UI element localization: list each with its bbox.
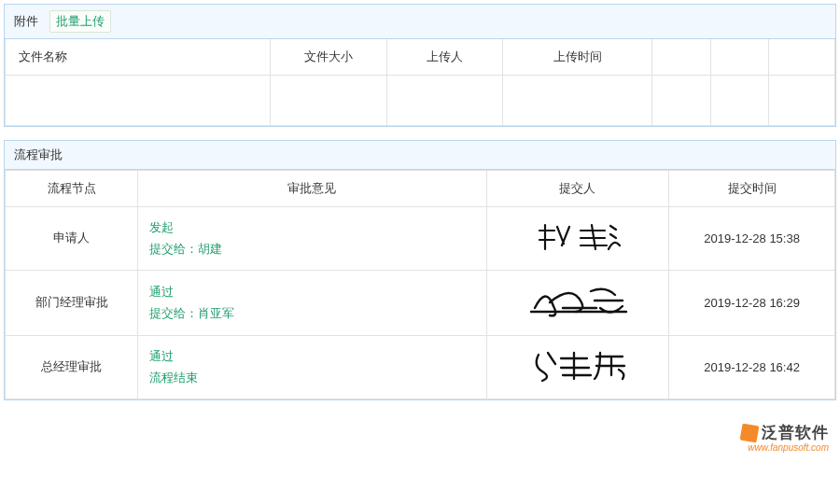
col-upload-time: 上传时间	[503, 39, 652, 76]
bulk-upload-button[interactable]: 批量上传	[49, 10, 111, 33]
submitter-cell	[486, 335, 669, 399]
node-cell: 部门经理审批	[6, 270, 138, 335]
brand: 泛普软件 www.fanpusoft.com	[741, 425, 829, 453]
col-submit-time: 提交时间	[669, 171, 835, 207]
col-uploader: 上传人	[386, 39, 502, 76]
approval-title: 流程审批	[14, 147, 63, 163]
col-blank-3	[768, 39, 834, 76]
opinion-to: 流程结束	[149, 367, 478, 388]
approval-header: 流程审批	[5, 141, 835, 170]
col-file-size: 文件大小	[271, 39, 386, 76]
opinion-to: 提交给：胡建	[149, 238, 478, 259]
opinion-action: 通过	[149, 345, 478, 367]
approval-row: 总经理审批 通过 流程结束 2019-	[6, 335, 835, 399]
opinion-to-label: 流程结束	[149, 371, 198, 385]
signature-icon	[526, 217, 629, 257]
submit-time-cell: 2019-12-28 16:42	[669, 335, 835, 399]
opinion-cell: 通过 提交给：肖亚军	[138, 270, 486, 335]
node-cell: 总经理审批	[6, 335, 138, 399]
col-submitter: 提交人	[486, 171, 669, 207]
opinion-to-label: 提交给：	[149, 306, 198, 320]
opinion-to-name: 胡建	[198, 242, 222, 256]
footer: 泛普软件 www.fanpusoft.com	[4, 413, 836, 455]
attachments-title: 附件	[14, 13, 38, 30]
col-node: 流程节点	[6, 171, 138, 207]
node-cell: 申请人	[6, 207, 138, 271]
attachments-empty-row	[6, 76, 835, 126]
opinion-cell: 通过 流程结束	[138, 335, 486, 399]
attachments-panel: 附件 批量上传 文件名称 文件大小 上传人 上传时间	[4, 4, 836, 127]
opinion-to: 提交给：肖亚军	[149, 302, 478, 324]
brand-url: www.fanpusoft.com	[741, 442, 829, 453]
col-opinion: 审批意见	[138, 171, 486, 207]
opinion-to-name: 肖亚军	[198, 306, 234, 320]
opinion-cell: 发起 提交给：胡建	[138, 207, 486, 271]
brand-logo-icon	[740, 424, 760, 443]
opinion-to-label: 提交给：	[149, 242, 198, 256]
signature-icon	[522, 280, 634, 323]
opinion-action: 通过	[149, 281, 478, 302]
approval-panel: 流程审批 流程节点 审批意见 提交人 提交时间 申请人 发起 提交给：胡建	[4, 140, 836, 400]
approval-row: 申请人 发起 提交给：胡建 2019-12-28 15:38	[6, 207, 835, 271]
approval-row: 部门经理审批 通过 提交给：肖亚军	[6, 270, 835, 335]
col-blank-2	[710, 39, 768, 76]
brand-name: 泛普软件	[762, 425, 829, 442]
submitter-cell	[486, 207, 669, 271]
approval-table: 流程节点 审批意见 提交人 提交时间 申请人 发起 提交给：胡建	[5, 170, 835, 399]
attachments-header: 附件 批量上传	[5, 5, 835, 39]
submit-time-cell: 2019-12-28 15:38	[669, 207, 835, 271]
attachments-table: 文件名称 文件大小 上传人 上传时间	[5, 39, 835, 126]
col-file-name: 文件名称	[6, 39, 271, 76]
approval-header-row: 流程节点 审批意见 提交人 提交时间	[6, 171, 835, 207]
submitter-cell	[486, 270, 669, 335]
col-blank-1	[652, 39, 710, 76]
signature-icon	[522, 345, 634, 386]
submit-time-cell: 2019-12-28 16:29	[669, 270, 835, 335]
opinion-action: 发起	[149, 217, 478, 238]
attachments-header-row: 文件名称 文件大小 上传人 上传时间	[6, 39, 835, 76]
